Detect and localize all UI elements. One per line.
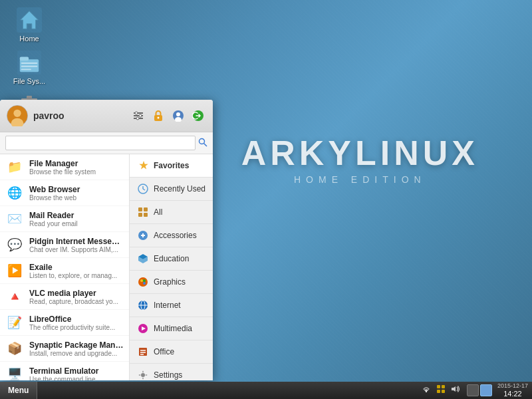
menu-body: 📁 File Manager Browse the file system 🌐 … <box>0 154 213 380</box>
category-item-recently-used[interactable]: Recently Used <box>130 178 213 201</box>
workspace-2-button[interactable] <box>480 384 492 396</box>
app-name-terminal: Terminal Emulator <box>29 366 124 376</box>
app-icon-exaile: ▶️ <box>5 261 24 280</box>
taskbar: Menu <box>0 382 532 399</box>
lock-button[interactable] <box>150 108 166 124</box>
svg-rect-34 <box>138 207 142 211</box>
cat-label-recently-used: Recently Used <box>154 184 205 194</box>
cat-label-all: All <box>154 207 162 217</box>
brand-subtitle: HOME EDITION <box>241 174 479 185</box>
category-item-graphics[interactable]: Graphics <box>130 271 213 294</box>
svg-point-29 <box>200 138 205 144</box>
menu-search-bar <box>0 132 213 154</box>
cat-icon-graphics <box>136 275 150 289</box>
app-item-libreoffice[interactable]: 📝 LibreOffice The office productivity su… <box>0 310 129 336</box>
app-item-terminal[interactable]: 🖥️ Terminal Emulator Use the command lin… <box>0 362 129 380</box>
svg-rect-37 <box>144 213 148 217</box>
app-icon-terminal: 🖥️ <box>5 365 24 380</box>
app-item-exaile[interactable]: ▶️ Exaile Listen to, explore, or manag..… <box>0 258 129 284</box>
app-desc-terminal: Use the command line <box>29 376 124 381</box>
category-item-settings[interactable]: Settings <box>130 364 213 380</box>
desktop-icon-home[interactable]: Home <box>8 7 51 43</box>
svg-point-15 <box>13 110 21 117</box>
svg-marker-65 <box>452 386 456 392</box>
app-item-mail-reader[interactable]: ✉️ Mail Reader Read your email <box>0 206 129 232</box>
app-desc-libreoffice: The office productivity suite... <box>29 324 124 331</box>
svg-point-22 <box>136 117 139 120</box>
svg-rect-35 <box>144 207 148 211</box>
category-item-office[interactable]: Office <box>130 340 213 364</box>
cat-label-office: Office <box>154 347 174 356</box>
app-item-web-browser[interactable]: 🌐 Web Browser Browse the web <box>0 180 129 206</box>
category-item-education[interactable]: Education <box>130 247 213 271</box>
header-icons <box>130 108 206 124</box>
apps-panel: 📁 File Manager Browse the file system 🌐 … <box>0 154 130 380</box>
menu-header: pavroo <box>0 100 213 132</box>
app-name-mail-reader: Mail Reader <box>29 211 124 220</box>
category-item-accessories[interactable]: Accessories <box>130 224 213 247</box>
app-name-synaptic: Synaptic Package Mana... <box>29 340 124 350</box>
categories-panel: ★ Favorites Recently Used All Accessorie… <box>130 154 213 380</box>
app-name-file-manager: File Manager <box>29 159 124 168</box>
tray-clock: 14:22 <box>503 390 522 398</box>
search-input[interactable] <box>5 136 196 150</box>
svg-rect-36 <box>138 213 142 217</box>
search-button[interactable] <box>198 138 207 149</box>
home-label: Home <box>19 35 39 43</box>
app-icon-libreoffice: 📝 <box>5 313 24 332</box>
cat-label-favorites: Favorites <box>154 161 189 170</box>
logout-button[interactable] <box>190 108 206 124</box>
app-icon-web-browser: 🌐 <box>5 184 24 202</box>
svg-rect-5 <box>21 63 38 64</box>
tray-date: 2015-12-17 <box>497 382 528 390</box>
tray-volume-icon[interactable] <box>450 384 462 396</box>
svg-point-21 <box>139 114 142 117</box>
app-icon-vlc: 🔺 <box>5 287 24 306</box>
cat-label-accessories: Accessories <box>154 231 197 240</box>
app-item-vlc[interactable]: 🔺 VLC media player Read, capture, broadc… <box>0 284 129 310</box>
start-button[interactable]: Menu <box>0 382 37 399</box>
cat-icon-settings <box>136 368 150 380</box>
tray-workspace-buttons <box>467 384 492 396</box>
filesystem-label: File Sys... <box>13 77 45 85</box>
cat-label-multimedia: Multimedia <box>154 324 192 333</box>
svg-rect-7 <box>21 68 31 70</box>
app-desc-mail-reader: Read your email <box>29 220 124 227</box>
tray-datetime[interactable]: 2015-12-17 14:22 <box>497 382 528 398</box>
app-desc-file-manager: Browse the file system <box>29 168 124 176</box>
app-item-synaptic[interactable]: 📦 Synaptic Package Mana... Install, remo… <box>0 336 129 362</box>
user-button[interactable] <box>170 108 186 124</box>
svg-rect-64 <box>442 390 445 393</box>
svg-rect-10 <box>27 96 32 99</box>
cat-label-graphics: Graphics <box>154 277 186 287</box>
cat-icon-favorites: ★ <box>136 159 150 172</box>
app-icon-pidgin: 💬 <box>5 235 24 254</box>
filesystem-icon <box>16 49 43 76</box>
svg-point-42 <box>140 279 143 282</box>
brand-title: ARKYLINUX <box>241 133 479 173</box>
svg-point-43 <box>143 282 146 285</box>
config-button[interactable] <box>130 108 146 124</box>
user-avatar <box>7 105 28 126</box>
app-name-vlc: VLC media player <box>29 289 124 298</box>
cat-label-education: Education <box>154 254 189 263</box>
svg-point-26 <box>176 112 180 116</box>
app-desc-synaptic: Install, remove and upgrade... <box>29 350 124 357</box>
app-item-pidgin[interactable]: 💬 Pidgin Internet Messenger Chat over IM… <box>0 232 129 258</box>
tray-network-icon[interactable] <box>420 384 432 396</box>
app-desc-exaile: Listen to, explore, or manag... <box>29 272 124 279</box>
category-item-internet[interactable]: Internet <box>130 294 213 317</box>
category-item-multimedia[interactable]: Multimedia <box>130 317 213 340</box>
svg-rect-63 <box>437 390 440 393</box>
svg-point-60 <box>426 391 427 392</box>
desktop-icon-filesystem[interactable]: File Sys... <box>8 49 51 85</box>
app-desc-vlc: Read, capture, broadcast yo... <box>29 298 124 305</box>
workspace-1-button[interactable] <box>467 384 479 396</box>
brand-area: ARKYLINUX HOME EDITION <box>241 133 479 185</box>
app-item-file-manager[interactable]: 📁 File Manager Browse the file system <box>0 154 129 180</box>
svg-rect-6 <box>21 66 38 67</box>
category-item-all[interactable]: All <box>130 201 213 224</box>
svg-rect-62 <box>442 385 445 388</box>
category-item-favorites[interactable]: ★ Favorites <box>130 154 213 178</box>
tray-app-icon[interactable] <box>435 383 447 397</box>
